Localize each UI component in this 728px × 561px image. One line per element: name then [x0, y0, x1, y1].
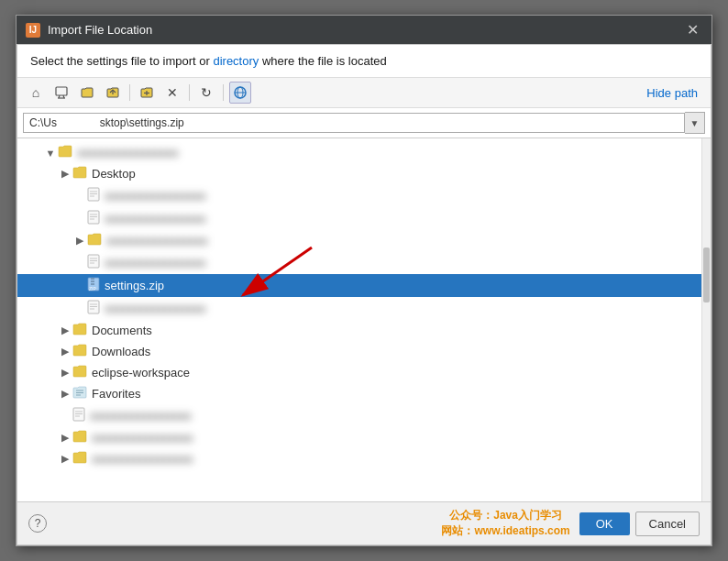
file-label: xxxxxxxxxxxxxxxxx: [90, 409, 703, 423]
close-button[interactable]: ✕: [683, 21, 702, 38]
tree-expander: ▶: [58, 367, 72, 379]
svg-rect-34: [73, 408, 84, 421]
svg-rect-23: [91, 278, 94, 280]
tree-item[interactable]: xxxxxxxxxxxxxxxxx: [17, 207, 711, 230]
tree-item[interactable]: ▶Favorites: [17, 383, 711, 404]
dialog-title: Import File Location: [48, 23, 683, 37]
ok-button[interactable]: OK: [579, 512, 630, 535]
scrollbar[interactable]: [701, 138, 711, 501]
file-icon: [87, 210, 100, 227]
file-icon: [72, 323, 87, 338]
svg-rect-0: [56, 87, 67, 95]
file-label: xxxxxxxxxxxxxxxxx: [105, 256, 703, 270]
svg-rect-10: [88, 188, 99, 201]
file-icon: [58, 145, 72, 160]
app-icon: IJ: [26, 23, 40, 38]
file-icon: [87, 233, 102, 248]
file-label: Desktop: [92, 167, 703, 181]
tree-item[interactable]: ▶xxxxxxxxxxxxxxxxx: [17, 230, 711, 251]
link-icon: [233, 85, 248, 100]
refresh-button[interactable]: ↻: [195, 82, 217, 104]
file-label: Downloads: [92, 345, 703, 358]
tree-expander: ▶: [58, 324, 72, 336]
scrollbar-thumb[interactable]: [703, 248, 710, 302]
file-label: xxxxxxxxxxxxxxxxx: [92, 431, 703, 445]
file-label: settings.zip: [105, 279, 703, 292]
monitor-icon: [54, 85, 69, 100]
svg-rect-25: [91, 283, 94, 285]
tree-expander: ▼: [43, 148, 58, 159]
file-label: eclipse-workspace: [92, 366, 703, 380]
tree-item[interactable]: xxxxxxxxxxxxxxxxx: [17, 184, 711, 207]
file-icon: ZIP: [87, 277, 100, 294]
file-icon: [72, 166, 87, 182]
file-icon: [72, 407, 85, 424]
toolbar: ⌂: [17, 78, 711, 108]
tree-item[interactable]: ▼xxxxxxxxxxxxxxxxx: [17, 142, 711, 163]
svg-rect-18: [88, 255, 99, 268]
file-label: xxxxxxxxxxxxxxxxx: [77, 146, 703, 160]
new-folder-icon: [139, 85, 154, 100]
tree-expander: ▶: [58, 453, 72, 465]
file-label: xxxxxxxxxxxxxxxxx: [92, 452, 703, 466]
tree-item[interactable]: ▶Documents: [17, 320, 711, 341]
file-icon: [87, 187, 100, 204]
file-label: xxxxxxxxxxxxxxxxx: [105, 189, 703, 203]
file-tree-container: ▼xxxxxxxxxxxxxxxxx▶Desktopxxxxxxxxxxxxxx…: [17, 138, 711, 501]
tree-expander: ▶: [58, 432, 72, 444]
toolbar-divider-2: [189, 84, 190, 101]
tree-item[interactable]: ▶xxxxxxxxxxxxxxxxx: [17, 448, 711, 469]
tree-item[interactable]: xxxxxxxxxxxxxxxxx: [17, 404, 711, 427]
link-button[interactable]: [229, 82, 251, 104]
cancel-button[interactable]: Cancel: [635, 512, 700, 536]
help-button[interactable]: ?: [28, 514, 47, 533]
instruction-bar: Select the settings file to import or di…: [17, 45, 711, 78]
instruction-highlight: directory: [213, 54, 259, 68]
computer-button[interactable]: [50, 82, 72, 104]
svg-text:ZIP: ZIP: [89, 286, 96, 292]
svg-rect-14: [88, 211, 99, 224]
path-dropdown-button[interactable]: ▼: [685, 112, 705, 134]
file-label: xxxxxxxxxxxxxxxxx: [106, 234, 703, 248]
file-label: Favorites: [92, 387, 703, 401]
new-folder-button[interactable]: [136, 82, 158, 104]
file-icon: [72, 344, 87, 359]
folder-up-icon: [105, 85, 120, 100]
tree-expander: ▶: [72, 235, 87, 247]
toolbar-divider-1: [129, 84, 130, 101]
tree-expander: ▶: [58, 168, 72, 180]
tree-item[interactable]: xxxxxxxxxxxxxxxxx: [17, 297, 711, 320]
file-icon: [72, 451, 87, 467]
home-button[interactable]: ⌂: [25, 82, 47, 104]
folder-button[interactable]: [76, 82, 98, 104]
path-bar: ▼: [17, 108, 711, 138]
tree-item[interactable]: ▶Downloads: [17, 341, 711, 362]
tree-expander: ▶: [58, 346, 72, 358]
file-label: xxxxxxxxxxxxxxxxx: [105, 302, 703, 315]
tree-item[interactable]: xxxxxxxxxxxxxxxxx: [17, 251, 711, 274]
import-dialog: IJ Import File Location ✕ Select the set…: [16, 15, 712, 546]
file-icon: [72, 430, 87, 446]
tree-item[interactable]: ▶xxxxxxxxxxxxxxxxx: [17, 427, 711, 448]
path-input[interactable]: [23, 113, 685, 133]
file-icon: [87, 254, 100, 271]
folder-up-button[interactable]: [102, 82, 124, 104]
watermark-line2: 网站：www.ideatips.com: [441, 523, 569, 539]
folder-icon: [80, 85, 94, 100]
svg-rect-24: [91, 280, 94, 282]
tree-item[interactable]: ZIPsettings.zip: [17, 274, 711, 297]
tree-expander: ▶: [58, 388, 72, 400]
file-tree: ▼xxxxxxxxxxxxxxxxx▶Desktopxxxxxxxxxxxxxx…: [17, 138, 711, 473]
title-bar: IJ Import File Location ✕: [17, 16, 711, 44]
file-label: xxxxxxxxxxxxxxxxx: [105, 212, 703, 226]
watermark-line1: 公众号：Java入门学习: [441, 508, 569, 523]
svg-rect-27: [88, 301, 99, 314]
bottom-bar: ? 公众号：Java入门学习 网站：www.ideatips.com OK Ca…: [17, 501, 711, 544]
tree-item[interactable]: ▶Desktop: [17, 163, 711, 184]
file-icon: [72, 365, 87, 380]
toolbar-divider-3: [223, 84, 224, 101]
delete-button[interactable]: ✕: [161, 82, 183, 104]
hide-path-button[interactable]: Hide path: [641, 84, 703, 102]
file-label: Documents: [92, 324, 703, 337]
tree-item[interactable]: ▶eclipse-workspace: [17, 362, 711, 383]
